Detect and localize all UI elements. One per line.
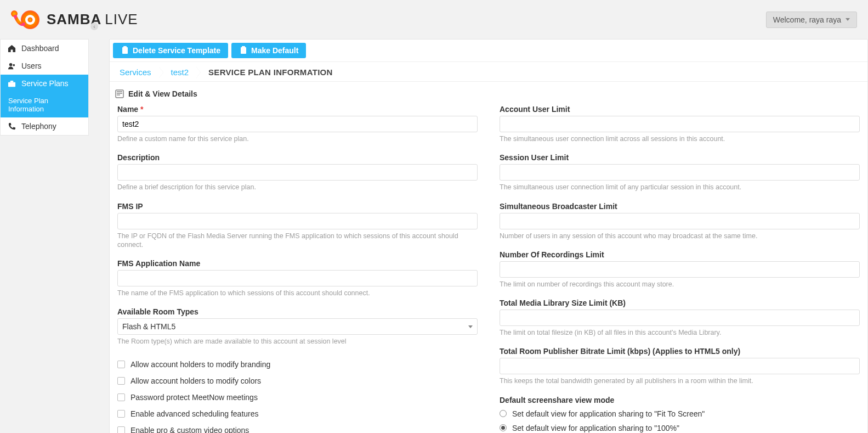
radio-icon[interactable] bbox=[500, 424, 507, 431]
briefcase-icon bbox=[7, 79, 16, 88]
default-screenshare-label: Default screenshare view mode bbox=[500, 396, 860, 404]
simultaneous-broadcaster-limit-help: Number of users in any session of this a… bbox=[500, 232, 860, 240]
check-label: Password protect MeetNow meetings bbox=[131, 393, 258, 402]
phone-icon bbox=[7, 122, 16, 131]
description-input[interactable] bbox=[117, 164, 478, 181]
checkbox-icon[interactable] bbox=[117, 426, 125, 434]
radio-label: Set default view for application sharing… bbox=[512, 409, 705, 418]
description-help: Define a brief description for this serv… bbox=[117, 183, 478, 192]
breadcrumb-services[interactable]: Services bbox=[114, 65, 157, 79]
fms-app-name-help: The name of the FMS application to which… bbox=[117, 289, 478, 297]
total-room-publisher-bitrate-input[interactable] bbox=[500, 358, 860, 374]
radio-label: Set default view for application sharing… bbox=[512, 424, 679, 432]
check-label: Allow account holders to modify branding bbox=[131, 360, 270, 369]
user-menu[interactable]: Welcome, raya raya bbox=[766, 12, 857, 28]
sidebar-item-telephony[interactable]: Telephony bbox=[1, 117, 88, 135]
caret-down-icon bbox=[468, 325, 473, 328]
form: Name * Define a custom name for this ser… bbox=[110, 103, 867, 433]
logo-icon bbox=[8, 9, 41, 31]
check-label: Enable pro & custom video options bbox=[131, 426, 249, 434]
room-types-value: Flash & HTML5 bbox=[122, 322, 175, 331]
section-heading: Edit & View Details bbox=[110, 82, 867, 103]
check-allow-modify-branding[interactable]: Allow account holders to modify branding bbox=[117, 356, 478, 373]
collapse-sidebar-icon[interactable]: ‹ bbox=[90, 23, 98, 30]
session-user-limit-label: Session User Limit bbox=[500, 153, 860, 162]
form-details-icon bbox=[115, 89, 124, 98]
svg-rect-8 bbox=[122, 47, 128, 54]
svg-point-2 bbox=[28, 17, 33, 22]
svg-rect-11 bbox=[242, 46, 245, 48]
session-user-limit-input[interactable] bbox=[500, 164, 860, 181]
check-enable-pro-video[interactable]: Enable pro & custom video options bbox=[117, 422, 478, 434]
required-asterisk: * bbox=[140, 105, 143, 114]
sidebar: Dashboard Users Service Plans Service Pl… bbox=[0, 39, 89, 136]
account-user-limit-help: The simultaneous user connection limit a… bbox=[500, 134, 860, 143]
clipboard-delete-icon bbox=[121, 46, 129, 55]
dashboard-icon bbox=[7, 44, 16, 53]
check-label: Enable advanced scheduling features bbox=[131, 409, 259, 418]
name-help: Define a custom name for this service pl… bbox=[117, 134, 478, 143]
clipboard-default-icon bbox=[239, 46, 248, 55]
fms-ip-help: The IP or FQDN of the Flash Media Server… bbox=[117, 232, 478, 250]
svg-rect-10 bbox=[241, 47, 246, 54]
check-password-protect-meetnow[interactable]: Password protect MeetNow meetings bbox=[117, 389, 478, 406]
delete-service-template-button[interactable]: Delete Service Template bbox=[113, 43, 228, 58]
sidebar-label: Users bbox=[21, 61, 42, 70]
account-user-limit-label: Account User Limit bbox=[500, 105, 860, 114]
fms-ip-label: FMS IP bbox=[117, 202, 478, 211]
total-media-limit-help: The limit on total filesize (in KB) of a… bbox=[500, 328, 860, 337]
sidebar-item-service-plans[interactable]: Service Plans bbox=[1, 75, 88, 92]
svg-rect-6 bbox=[8, 82, 15, 86]
radio-100-percent[interactable]: Set default view for application sharing… bbox=[500, 421, 860, 434]
room-types-select[interactable]: Flash & HTML5 bbox=[117, 318, 478, 335]
logo: SAMBA LIVE bbox=[8, 9, 138, 31]
sidebar-item-service-plan-information[interactable]: Service Plan Information bbox=[1, 92, 88, 117]
breadcrumb-test2[interactable]: test2 bbox=[166, 65, 195, 79]
total-media-limit-input[interactable] bbox=[500, 310, 860, 326]
simultaneous-broadcaster-limit-input[interactable] bbox=[500, 213, 860, 229]
total-room-publisher-bitrate-help: This keeps the total bandwidth generated… bbox=[500, 376, 860, 385]
checkbox-icon[interactable] bbox=[117, 361, 125, 368]
checkbox-icon[interactable] bbox=[117, 393, 125, 401]
name-input[interactable] bbox=[117, 116, 478, 132]
svg-point-4 bbox=[9, 63, 12, 66]
content-panel: Delete Service Template Make Default Ser… bbox=[109, 39, 868, 433]
check-label: Allow account holders to modify colors bbox=[131, 376, 261, 385]
sidebar-item-dashboard[interactable]: Dashboard bbox=[1, 40, 88, 57]
toolbar: Delete Service Template Make Default bbox=[110, 40, 867, 61]
sidebar-item-users[interactable]: Users bbox=[1, 57, 88, 75]
button-label: Delete Service Template bbox=[133, 46, 220, 55]
checkbox-icon[interactable] bbox=[117, 377, 125, 385]
make-default-button[interactable]: Make Default bbox=[231, 43, 306, 58]
logo-text-thin: LIVE bbox=[105, 11, 138, 28]
svg-rect-12 bbox=[116, 90, 123, 98]
description-label: Description bbox=[117, 153, 478, 162]
number-recordings-limit-help: The limit on number of recordings this a… bbox=[500, 280, 860, 289]
sidebar-label: Dashboard bbox=[21, 44, 59, 53]
account-user-limit-input[interactable] bbox=[500, 116, 860, 132]
fms-app-name-input[interactable] bbox=[117, 270, 478, 286]
name-label: Name * bbox=[117, 105, 478, 114]
check-enable-advanced-scheduling[interactable]: Enable advanced scheduling features bbox=[117, 406, 478, 422]
number-recordings-limit-label: Number Of Recordings Limit bbox=[500, 250, 860, 259]
session-user-limit-help: The simultaneous user connection limit o… bbox=[500, 183, 860, 192]
total-media-limit-label: Total Media Library Size Limit (KB) bbox=[500, 299, 860, 307]
fms-ip-input[interactable] bbox=[117, 213, 478, 229]
sidebar-label: Service Plans bbox=[21, 79, 69, 88]
breadcrumb: Services test2 SERVICE PLAN INFORMATION bbox=[110, 61, 867, 82]
form-left-column: Name * Define a custom name for this ser… bbox=[117, 105, 478, 433]
number-recordings-limit-input[interactable] bbox=[500, 261, 860, 278]
section-title: Edit & View Details bbox=[128, 89, 197, 98]
fms-app-name-label: FMS Application Name bbox=[117, 259, 478, 268]
breadcrumb-current: SERVICE PLAN INFORMATION bbox=[203, 65, 338, 79]
radio-icon[interactable] bbox=[500, 410, 507, 417]
sidebar-label: Telephony bbox=[21, 122, 56, 131]
app-header: SAMBA LIVE Welcome, raya raya bbox=[0, 0, 868, 39]
form-right-column: Account User Limit The simultaneous user… bbox=[500, 105, 860, 433]
button-label: Make Default bbox=[251, 46, 298, 55]
radio-fit-to-screen[interactable]: Set default view for application sharing… bbox=[500, 407, 860, 421]
room-types-help: The Room type(s) which are made availabl… bbox=[117, 337, 478, 346]
check-allow-modify-colors[interactable]: Allow account holders to modify colors bbox=[117, 373, 478, 389]
checkbox-icon[interactable] bbox=[117, 410, 125, 418]
users-icon bbox=[7, 61, 16, 70]
